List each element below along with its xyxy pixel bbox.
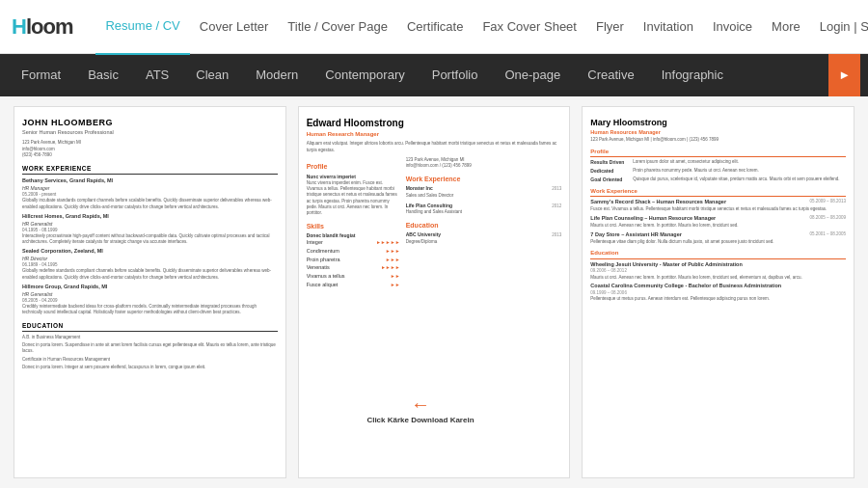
- resume1-title: Senior Human Resources Professional: [22, 129, 278, 137]
- resume-card-2[interactable]: Edward Hloomstrong Human Research Manage…: [298, 106, 571, 478]
- resume2-subtitle: Human Research Manager: [307, 130, 562, 138]
- cat-format[interactable]: Format: [8, 54, 74, 96]
- resume1-edu-heading: Education: [22, 321, 278, 332]
- resume3-edu-2: Coastal Carolina Community College - Bac…: [590, 283, 846, 302]
- resume3-profile-heading: Profile: [590, 148, 846, 157]
- resume2-skills-heading: Skills: [307, 222, 400, 231]
- cat-creative[interactable]: Creative: [574, 54, 647, 96]
- cat-one-page[interactable]: One-page: [491, 54, 574, 96]
- resume1-contact: 123 Park Avenue, Michigan MI info@hloom.…: [22, 140, 278, 158]
- resume1-work-heading: Work Experience: [22, 164, 278, 175]
- click-download-text: Click Kärke Download Karein: [366, 416, 474, 424]
- resume2-skills-list: Integer ►►►►► Condimentum ►►► Proin phar…: [307, 239, 400, 288]
- resume1-job-1: Bethany Services, Grand Rapids, MI HR Ma…: [22, 177, 278, 210]
- resume3-content: Mary Hloomstrong Human Resources Manager…: [583, 107, 854, 313]
- resume3-job-3: 7 Day Store – Assistant HR Manager 05.20…: [590, 231, 846, 245]
- resume2-content: Edward Hloomstrong Human Research Manage…: [299, 107, 570, 299]
- resume-grid: JOHN HLOOMBERG Senior Human Resources Pr…: [0, 96, 868, 488]
- cat-basic[interactable]: Basic: [74, 54, 132, 96]
- top-nav: Hloom Resume / CV Cover Letter Title / C…: [0, 0, 868, 54]
- resume1-job-4: Hillmore Group, Grand Rapids, MI HR Gene…: [22, 284, 278, 316]
- logo-h: H: [12, 14, 26, 39]
- resume3-edu-heading: Education: [590, 249, 846, 258]
- category-bar: Format Basic ATS Clean Modern Contempora…: [0, 54, 868, 96]
- nav-login-signup[interactable]: Login | Sign Up: [810, 0, 868, 54]
- cat-portfolio[interactable]: Portfolio: [419, 54, 492, 96]
- cat-more-btn[interactable]: ►: [828, 54, 860, 96]
- nav-title-cover-page[interactable]: Title / Cover Page: [278, 0, 397, 54]
- resume3-edu-1: Wheeling Jesuit University - Master of P…: [590, 261, 846, 281]
- nav-cover-letter[interactable]: Cover Letter: [190, 0, 279, 54]
- resume2-edu-heading: Education: [406, 221, 562, 230]
- resume1-job-2: Hillcrest Homes, Grand Rapids, MI HR Gen…: [22, 213, 278, 246]
- resume3-work-heading: Work Experience: [590, 187, 846, 197]
- nav-links: Resume / CV Cover Letter Title / Cover P…: [95, 0, 868, 55]
- resume3-name: Mary Hloomstrong: [590, 117, 846, 129]
- resume2-profile-heading: Profile: [307, 162, 400, 172]
- resume3-traits: Results Driven Lorem ipsum dolor sit ame…: [590, 159, 846, 183]
- resume-card-3[interactable]: Mary Hloomstrong Human Resources Manager…: [582, 106, 854, 478]
- cat-ats[interactable]: ATS: [132, 54, 182, 96]
- nav-invitation[interactable]: Invitation: [634, 0, 703, 54]
- resume1-content: JOHN HLOOMBERG Senior Human Resources Pr…: [14, 107, 285, 382]
- resume2-name: Edward Hloomstrong: [307, 117, 562, 130]
- resume2-job-1: Monster Inc 2013 Sales and Sales Directo…: [406, 185, 562, 199]
- resume2-work-heading: Work Experience: [406, 175, 562, 184]
- resume2-edu-1: ABC University 2013 Degree/Diploma: [406, 231, 562, 245]
- resume-card-1[interactable]: JOHN HLOOMBERG Senior Human Resources Pr…: [14, 106, 286, 478]
- cat-contemporary[interactable]: Contemporary: [312, 54, 418, 96]
- cat-modern[interactable]: Modern: [242, 54, 312, 96]
- nav-invoice[interactable]: Invoice: [703, 0, 762, 54]
- nav-fax-cover-sheet[interactable]: Fax Cover Sheet: [473, 0, 586, 54]
- download-arrow-icon: ←: [366, 393, 474, 416]
- logo[interactable]: Hloom: [12, 14, 72, 40]
- cat-clean[interactable]: Clean: [182, 54, 242, 96]
- resume3-job-1: Sammy's Record Shack – Human Resources M…: [590, 199, 846, 212]
- nav-more[interactable]: More: [762, 0, 810, 54]
- resume2-job-2: Life Plan Consulting 2012 Handling and S…: [406, 203, 562, 216]
- resume3-job-2: Life Plan Counseling – Human Resource Ma…: [590, 215, 846, 229]
- resume2-intro: Aliquam erat volutpat. Integer ultrices …: [307, 141, 562, 153]
- resume1-job-3: Sealed Corporation, Zeeland, MI HR Direc…: [22, 248, 278, 281]
- resume3-contact: 123 Park Avenue, Michigan MI | info@hloo…: [590, 137, 846, 143]
- cat-infographic[interactable]: Infographic: [648, 54, 737, 96]
- resume1-jobs: Bethany Services, Grand Rapids, MI HR Ma…: [22, 177, 278, 315]
- resume1-name: JOHN HLOOMBERG: [22, 117, 278, 129]
- nav-certificate[interactable]: Certificate: [397, 0, 474, 54]
- nav-flyer[interactable]: Flyer: [586, 0, 634, 54]
- nav-resume-cv[interactable]: Resume / CV: [95, 0, 189, 55]
